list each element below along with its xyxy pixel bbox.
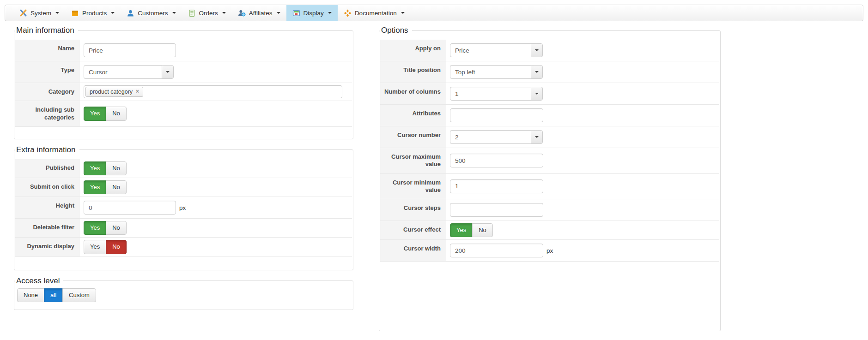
height-input[interactable] — [84, 201, 176, 215]
number-of-columns-select-caret-button[interactable] — [531, 87, 543, 101]
deletable-filter-yes-button[interactable]: Yes — [84, 221, 106, 235]
apply-on-select-caret-button[interactable] — [531, 43, 543, 57]
nav-documentation[interactable]: Documentation — [338, 5, 411, 21]
title-position-select-value[interactable] — [450, 65, 531, 79]
number-of-columns-select — [450, 87, 543, 101]
cursor-steps-row: Cursor steps — [380, 199, 719, 221]
content-area: Main information Name Type — [0, 26, 868, 337]
cursor-steps-input[interactable] — [450, 203, 543, 217]
number-of-columns-select-value[interactable] — [450, 87, 531, 101]
nav-display[interactable]: Display — [286, 5, 338, 21]
dynamic-display-row: Dynamic display Yes No — [15, 238, 352, 256]
type-select-caret-button[interactable] — [162, 65, 174, 79]
apply-on-select-value[interactable] — [450, 43, 531, 57]
name-input[interactable] — [84, 43, 176, 57]
nav-documentation-label: Documentation — [355, 10, 397, 17]
chevron-down-icon — [111, 12, 115, 14]
cursor-minimum-value-label: Cursor minimum value — [380, 174, 446, 199]
title-position-row: Title position — [380, 61, 719, 83]
dynamic-display-yes-button[interactable]: Yes — [84, 240, 106, 254]
category-tag-label: product category — [90, 88, 133, 95]
cursor-minimum-value-input[interactable] — [450, 179, 543, 193]
main-information-fieldset: Main information Name Type — [14, 26, 353, 139]
dynamic-display-no-button[interactable]: No — [106, 240, 127, 254]
cursor-width-label: Cursor width — [380, 240, 446, 261]
options-legend: Options — [380, 26, 412, 35]
cursor-effect-no-button[interactable]: No — [472, 223, 493, 237]
nav-customers-label: Customers — [138, 10, 168, 17]
chevron-down-icon — [172, 12, 176, 14]
cursor-maximum-value-row: Cursor maximum value — [380, 148, 719, 174]
cursor-effect-row: Cursor effect Yes No — [380, 221, 719, 240]
cursor-width-row: Cursor width px — [380, 240, 719, 262]
type-select — [84, 65, 174, 79]
including-sub-categories-toggle: Yes No — [84, 107, 127, 120]
height-label: Height — [15, 197, 80, 218]
access-level-fieldset: Access level None all Custom — [14, 276, 353, 310]
left-column: Main information Name Type — [14, 26, 353, 316]
submit-on-click-row: Submit on click Yes No — [15, 178, 352, 197]
cursor-effect-toggle: Yes No — [450, 223, 493, 237]
deletable-filter-label: Deletable filter — [15, 219, 80, 237]
access-all-button[interactable]: all — [44, 288, 63, 302]
cursor-width-unit: px — [546, 247, 553, 254]
cursor-number-select-caret-button[interactable] — [531, 130, 543, 144]
extra-information-legend: Extra information — [15, 145, 79, 155]
display-icon — [292, 9, 300, 17]
access-none-button[interactable]: None — [17, 288, 44, 302]
category-row: Category product category × — [15, 83, 352, 101]
title-position-select-caret-button[interactable] — [531, 65, 543, 79]
nav-affiliates-label: Affiliates — [249, 10, 273, 17]
nav-customers[interactable]: Customers — [121, 5, 182, 21]
submit-on-click-yes-button[interactable]: Yes — [84, 180, 106, 194]
deletable-filter-toggle: Yes No — [84, 221, 127, 235]
height-row: Height px — [15, 197, 352, 219]
access-level-group: None all Custom — [17, 288, 96, 302]
access-custom-button[interactable]: Custom — [62, 288, 96, 302]
cursor-number-row: Cursor number — [380, 126, 719, 148]
height-unit: px — [179, 204, 186, 211]
tag-remove-icon[interactable]: × — [136, 88, 139, 95]
box-icon — [71, 9, 79, 17]
nav-orders-label: Orders — [199, 10, 218, 17]
including-sub-categories-yes-button[interactable]: Yes — [84, 107, 106, 120]
order-icon — [188, 9, 196, 17]
cursor-width-input[interactable] — [450, 244, 543, 257]
chevron-down-icon — [55, 12, 59, 14]
name-label: Name — [15, 40, 80, 61]
chevron-down-icon — [535, 49, 539, 51]
submit-on-click-no-button[interactable]: No — [106, 180, 127, 194]
cursor-maximum-value-input[interactable] — [450, 154, 543, 167]
published-toggle: Yes No — [84, 161, 127, 175]
chevron-down-icon — [328, 12, 332, 14]
chevron-down-icon — [222, 12, 226, 14]
nav-system[interactable]: System — [13, 5, 65, 21]
attributes-label: Attributes — [380, 105, 446, 126]
chevron-down-icon — [535, 136, 539, 138]
published-label: Published — [15, 159, 80, 178]
category-tag-input[interactable]: product category × — [84, 85, 342, 98]
deletable-filter-no-button[interactable]: No — [106, 221, 127, 235]
nav-orders[interactable]: Orders — [182, 5, 232, 21]
including-sub-categories-no-button[interactable]: No — [106, 107, 127, 120]
published-yes-button[interactable]: Yes — [84, 161, 106, 175]
nav-system-label: System — [30, 10, 51, 17]
nav-affiliates[interactable]: Affiliates — [232, 5, 286, 21]
number-of-columns-label: Number of columns — [380, 83, 446, 104]
category-label: Category — [15, 83, 80, 101]
attributes-input[interactable] — [450, 108, 543, 122]
type-select-value[interactable] — [84, 65, 162, 79]
cursor-number-select-value[interactable] — [450, 130, 531, 144]
published-no-button[interactable]: No — [106, 161, 127, 175]
chevron-down-icon — [277, 12, 280, 14]
cursor-effect-yes-button[interactable]: Yes — [450, 223, 473, 237]
page: System Products Customers Orders — [0, 0, 868, 340]
dynamic-display-label: Dynamic display — [15, 238, 80, 256]
type-row: Type — [15, 61, 352, 83]
nav-products[interactable]: Products — [65, 5, 121, 21]
type-label: Type — [15, 61, 80, 83]
top-navbar: System Products Customers Orders — [5, 5, 863, 21]
options-fieldset: Options Apply on Title position — [379, 26, 721, 331]
title-position-select — [450, 65, 543, 79]
published-row: Published Yes No — [15, 159, 352, 178]
